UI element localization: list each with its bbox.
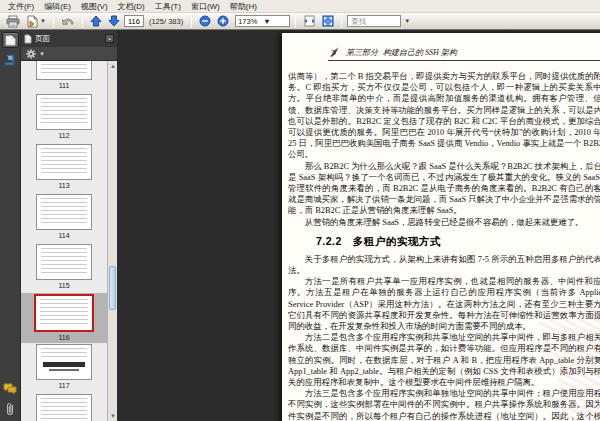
paragraph: 关于多租户的实现方式，从架构上来讲有如图 7-5 所示的五种启用多租户的代表性方… xyxy=(288,254,600,276)
thumbnail-preview[interactable] xyxy=(36,244,92,280)
find-options-icon[interactable]: ▼ xyxy=(404,18,410,24)
thumbnail-text-lines xyxy=(41,248,87,276)
page-count-label: (125/ 383) xyxy=(149,17,183,26)
toolbar-separator xyxy=(82,15,83,28)
thumbnail-preview[interactable] xyxy=(34,294,94,332)
pages-panel: 页面 ▪ ▼ 111112113114115116117118 ▲ ▼ xyxy=(21,30,117,421)
fit-page-button[interactable] xyxy=(320,14,336,29)
page-down-icon xyxy=(108,15,120,27)
thumbnail-page-label: 117 xyxy=(58,382,69,389)
scroll-down-icon[interactable]: ▼ xyxy=(108,411,117,421)
thumbnail-preview[interactable] xyxy=(36,144,92,180)
attachments-icon xyxy=(5,402,15,416)
thumbnail-page-label: 114 xyxy=(58,232,69,239)
thumbnail-preview[interactable] xyxy=(36,344,92,380)
scroll-up-icon[interactable]: ▲ xyxy=(108,61,117,71)
thumbnail-page-label: 112 xyxy=(58,132,69,139)
toolbar-separator xyxy=(341,15,342,28)
zoom-level-select[interactable]: 173% ▼ xyxy=(235,15,290,27)
menu-document[interactable]: 文档(D) xyxy=(113,0,150,13)
part-label: 第三部分 xyxy=(346,47,378,58)
pages-panel-button[interactable] xyxy=(2,32,19,48)
thumbnail-text-lines xyxy=(41,398,87,421)
thumbnail-text-lines xyxy=(41,61,87,76)
fit-width-button[interactable] xyxy=(301,14,318,29)
zoom-out-button[interactable] xyxy=(197,14,213,29)
previous-page-button[interactable] xyxy=(88,14,104,29)
section-heading: 7.2.2 多租户的实现方式 xyxy=(316,235,600,249)
chapter-subtitle-block xyxy=(49,369,79,371)
page-sheet-icon xyxy=(24,34,32,44)
comments-panel-button[interactable] xyxy=(2,381,19,397)
document-page: 第三部分 构建自己的 SSH 架构 供商等），第二个 B 指交易平台，即提供卖方… xyxy=(282,33,600,421)
previous-view-button[interactable] xyxy=(59,14,77,29)
paragraph: 从营销的角度来理解 SaaS，思路转变已经是很不容易的，做起来就更难了。 xyxy=(288,217,600,228)
page-thumbnail-114[interactable]: 114 xyxy=(21,193,107,243)
print-button[interactable] xyxy=(4,14,22,29)
chapter-title-block xyxy=(43,362,85,367)
scrollbar-thumb[interactable] xyxy=(109,266,116,310)
menu-help[interactable]: 帮助(H) xyxy=(225,0,262,13)
paragraph: 方法三是包含多个应用程序实例和单独地址空间的共享中间件；租户使用应用程序的不同实… xyxy=(288,388,600,421)
page-thumbnail-117[interactable]: 117 xyxy=(21,343,107,393)
panel-header-options-button[interactable]: ▪ xyxy=(105,34,114,43)
print-icon xyxy=(6,15,20,28)
toolbar-separator xyxy=(295,15,296,28)
toolbar: ▼ (125/ 383) 173% ▼ xyxy=(0,13,600,30)
bookmarks-panel-button[interactable] xyxy=(2,52,19,68)
thumbnail-scrollbar[interactable]: ▲ ▼ xyxy=(107,61,117,421)
thumbnail-page-label: 113 xyxy=(58,182,69,189)
page-thumbnail-113[interactable]: 113 xyxy=(21,143,107,193)
menu-tools[interactable]: 工具(T) xyxy=(150,0,186,13)
attachments-panel-button[interactable] xyxy=(2,401,19,417)
page-thumbnail-111[interactable]: 111 xyxy=(21,61,107,93)
zoom-caret-icon: ▼ xyxy=(263,17,287,26)
next-page-button[interactable] xyxy=(106,14,122,29)
document-view[interactable]: 第三部分 构建自己的 SSH 架构 供商等），第二个 B 指交易平台，即提供卖方… xyxy=(117,30,600,421)
options-caret-icon: ▼ xyxy=(39,51,45,57)
pages-icon xyxy=(5,34,16,46)
thumbnail-options-button[interactable]: ▼ xyxy=(26,49,45,59)
thumbnail-text-lines xyxy=(41,198,87,226)
find-input[interactable] xyxy=(347,15,401,27)
thumbnail-text-lines xyxy=(41,348,87,359)
page-header: 第三部分 构建自己的 SSH 架构 xyxy=(328,45,600,58)
thumbnail-text-lines xyxy=(41,98,87,126)
paragraph: 供商等），第二个 B 指交易平台，即提供卖方与买方的联系平台，同时提供优质的附加… xyxy=(288,71,600,161)
thumbnail-preview[interactable] xyxy=(36,94,92,130)
page-thumbnail-118[interactable]: 118 xyxy=(21,393,107,421)
thumbnail-preview[interactable] xyxy=(36,394,92,421)
thumbnail-page-label: 116 xyxy=(58,334,69,341)
navigation-panel-strip xyxy=(0,30,21,421)
zoom-level-value: 173% xyxy=(238,17,262,26)
page-thumbnail-115[interactable]: 115 xyxy=(21,243,107,293)
bookmarks-icon xyxy=(4,54,16,66)
menu-window[interactable]: 窗口(W) xyxy=(186,0,225,13)
export-icon xyxy=(26,15,39,28)
paragraph: 那么 B2B2C 为什么那么火呢？跟 SaaS 是什么关系呢？B2B2C 技术架… xyxy=(288,161,600,217)
pages-panel-title: 页面 xyxy=(35,34,50,44)
publisher-logo-icon xyxy=(328,45,341,58)
thumbnail-page-label: 115 xyxy=(58,282,69,289)
page-number-input[interactable] xyxy=(124,15,144,27)
page-thumbnail-116[interactable]: 116 xyxy=(21,293,107,343)
pages-panel-header: 页面 ▪ xyxy=(21,30,117,47)
app-body: 页面 ▪ ▼ 111112113114115116117118 ▲ ▼ xyxy=(0,30,600,421)
thumbnail-preview[interactable] xyxy=(36,61,92,80)
zoom-in-button[interactable] xyxy=(215,14,231,29)
thumbnail-text-lines xyxy=(41,148,87,176)
thumbnail-preview[interactable] xyxy=(36,194,92,230)
menu-file[interactable]: 文件(F) xyxy=(3,0,39,13)
export-caret-icon: ▼ xyxy=(40,18,46,24)
thumbnail-text-lines xyxy=(40,299,88,327)
toolbar-separator xyxy=(53,15,54,28)
zoom-in-icon xyxy=(217,15,229,27)
page-thumbnail-112[interactable]: 112 xyxy=(21,93,107,143)
menu-bar: 文件(F)编辑(E)视图(V)文档(D)工具(T)窗口(W)帮助(H) xyxy=(0,0,600,13)
menu-edit[interactable]: 编辑(E) xyxy=(39,0,76,13)
export-button[interactable]: ▼ xyxy=(24,14,48,29)
gear-icon xyxy=(26,49,36,59)
menu-view[interactable]: 视图(V) xyxy=(76,0,113,13)
previous-view-icon xyxy=(61,15,75,27)
page-up-icon xyxy=(90,15,102,27)
